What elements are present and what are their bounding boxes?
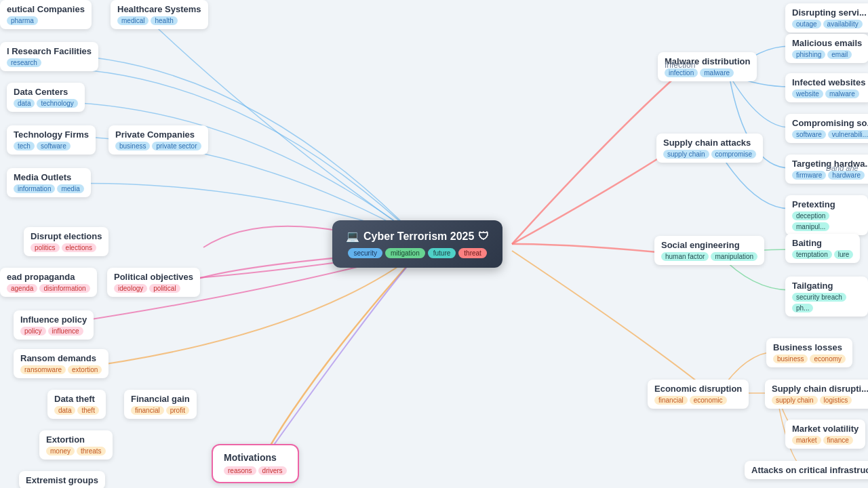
tag-tech-dc[interactable]: technology [37, 99, 77, 108]
tag-email[interactable]: email [827, 50, 852, 59]
node-datatheft[interactable]: Data theft data theft [47, 390, 106, 419]
node-propaganda[interactable]: ead propaganda agenda disinformation [0, 268, 97, 297]
tag-politics[interactable]: politics [31, 243, 60, 252]
tag-financial-fg[interactable]: financial [131, 406, 164, 415]
node-baiting[interactable]: Baiting temptation lure [785, 234, 860, 263]
tag-market[interactable]: market [792, 436, 821, 445]
node-research[interactable]: l Research Facilities research [0, 42, 98, 71]
tag-media[interactable]: media [57, 184, 83, 193]
tag-compromise[interactable]: compromise [711, 150, 756, 159]
node-tailgating[interactable]: Tailgating security breach ph... [785, 277, 868, 317]
node-attacks-critical[interactable]: Attacks on critical infrastruc... [745, 461, 868, 479]
node-ed-title: Economic disruption [654, 384, 742, 394]
tag-data-dc[interactable]: data [14, 99, 35, 108]
laptop-icon: 💻 [346, 230, 359, 243]
tag-money[interactable]: money [46, 447, 75, 455]
tag-elections[interactable]: elections [62, 243, 96, 252]
tag-medical[interactable]: medical [117, 16, 149, 25]
tag-software-tf[interactable]: software [37, 142, 71, 150]
node-healthcare[interactable]: Healthcare Systems medical health [111, 0, 208, 29]
node-financialgain[interactable]: Financial gain financial profit [124, 390, 197, 419]
node-media[interactable]: Media Outlets information media [7, 168, 91, 197]
tag-firmware[interactable]: firmware [792, 171, 826, 180]
node-motivations[interactable]: Motivations reasons drivers [212, 444, 299, 483]
tag-security[interactable]: security [348, 248, 382, 258]
node-elections[interactable]: Disrupt elections politics elections [24, 227, 108, 256]
tag-reasons[interactable]: reasons [224, 466, 256, 475]
tag-website[interactable]: website [792, 89, 823, 98]
tag-future[interactable]: future [428, 248, 456, 258]
node-privatecos[interactable]: Private Companies business private secto… [108, 125, 208, 155]
tag-deception[interactable]: deception [792, 211, 829, 220]
tag-health[interactable]: health [151, 16, 177, 25]
tag-disinformation[interactable]: disinformation [39, 284, 90, 293]
tag-political[interactable]: political [149, 284, 180, 293]
tag-availability[interactable]: availability [823, 20, 863, 28]
node-infected-websites[interactable]: Infected websites website malware [785, 73, 868, 102]
tag-ransomware[interactable]: ransomware [20, 365, 66, 374]
center-node[interactable]: 💻 Cyber Terrorism 2025 🛡 security mitiga… [332, 220, 502, 268]
node-supply-chain-disruption[interactable]: Supply chain disrupti... supply chain lo… [765, 380, 868, 409]
tag-supply-chain-sca[interactable]: supply chain [663, 150, 709, 159]
node-compromising[interactable]: Compromising so... software vulnerabili.… [785, 114, 868, 143]
tag-pharma[interactable]: pharma [7, 16, 38, 25]
tag-policy[interactable]: policy [20, 327, 46, 336]
tag-tech-tf[interactable]: tech [14, 142, 35, 150]
tag-supply-chain-scd[interactable]: supply chain [772, 396, 818, 405]
node-economic-disruption[interactable]: Economic disruption financial economic [648, 380, 749, 409]
tag-vulnerability[interactable]: vulnerabili... [828, 130, 868, 139]
tag-agenda[interactable]: agenda [7, 284, 37, 293]
tag-temptation[interactable]: temptation [792, 250, 832, 259]
node-techfirms[interactable]: Technology Firms tech software [7, 125, 96, 155]
node-supply-chain-attacks[interactable]: Supply chain attacks supply chain compro… [656, 134, 763, 163]
tag-humanfactor[interactable]: human factor [661, 252, 709, 261]
tag-mitigation[interactable]: mitigation [385, 248, 425, 258]
node-ransom[interactable]: Ransom demands ransomware extortion [14, 349, 108, 378]
node-malicious-emails[interactable]: Malicious emails phishing email [785, 34, 868, 63]
tag-information[interactable]: information [14, 184, 55, 193]
tag-business-bl[interactable]: business [773, 354, 808, 363]
mind-map-container: 💻 Cyber Terrorism 2025 🛡 security mitiga… [0, 0, 868, 488]
node-pretexting-title: Pretexting [792, 199, 861, 209]
tag-manipul[interactable]: manipul... [792, 222, 829, 231]
tag-manipulation[interactable]: manipulation [711, 252, 757, 261]
tag-finance[interactable]: finance [823, 436, 853, 445]
tag-extortion-r[interactable]: extortion [68, 365, 102, 374]
node-pretexting[interactable]: Pretexting deception manipul... [785, 195, 868, 235]
tag-logistics[interactable]: logistics [820, 396, 852, 405]
node-extortion[interactable]: Extortion money threats [39, 430, 113, 460]
tag-software-comp[interactable]: software [792, 130, 826, 139]
tag-ideology[interactable]: ideology [114, 284, 147, 293]
tag-outage[interactable]: outage [792, 20, 821, 28]
node-social-engineering[interactable]: Social engineering human factor manipula… [654, 236, 764, 265]
node-influence[interactable]: Influence policy policy influence [14, 310, 94, 340]
tag-financial-ed[interactable]: financial [654, 396, 688, 405]
node-extremist[interactable]: Extremist groups [19, 471, 105, 488]
tag-malware-iw[interactable]: malware [825, 89, 859, 98]
tag-threat[interactable]: threat [458, 248, 487, 258]
tag-security-breach[interactable]: security breach [792, 293, 846, 302]
tag-privatesector[interactable]: private sector [152, 142, 201, 150]
tag-drivers[interactable]: drivers [258, 466, 287, 475]
tag-research[interactable]: research [7, 58, 41, 67]
tag-ph[interactable]: ph... [792, 304, 813, 312]
tag-economy[interactable]: economy [810, 354, 846, 363]
node-extremist-title: Extremist groups [26, 475, 98, 485]
tag-lure[interactable]: lure [834, 250, 854, 259]
tag-phishing[interactable]: phishing [792, 50, 825, 59]
tag-threats[interactable]: threats [77, 447, 106, 455]
node-business-losses[interactable]: Business losses business economy [766, 338, 852, 367]
tag-economic[interactable]: economic [690, 396, 727, 405]
tag-influence[interactable]: influence [48, 327, 83, 336]
node-disrupting-services[interactable]: Disrupting servi... outage availability [785, 3, 868, 33]
tag-malware-md[interactable]: malware [700, 68, 734, 77]
tag-data-dt[interactable]: data [54, 406, 75, 415]
tag-theft[interactable]: theft [77, 406, 98, 415]
node-market-volatility[interactable]: Market volatility market finance [785, 420, 865, 449]
tag-profit[interactable]: profit [166, 406, 189, 415]
node-political[interactable]: Political objectives ideology political [107, 268, 200, 297]
node-pharma[interactable]: eutical Companies pharma [0, 0, 92, 29]
node-mv-title: Market volatility [792, 424, 859, 434]
node-datacenters[interactable]: Data Centers data technology [7, 83, 85, 112]
tag-business-pc[interactable]: business [115, 142, 150, 150]
